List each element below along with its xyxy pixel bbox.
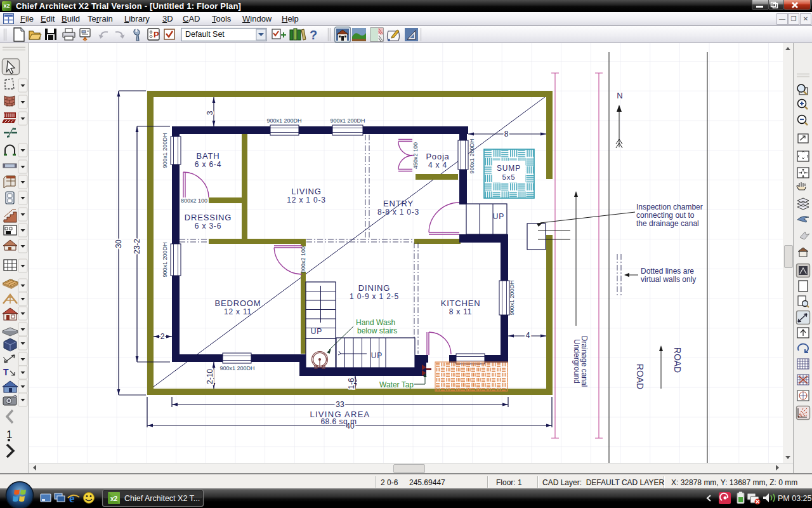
svg-text:12 x 11: 12 x 11 — [224, 307, 252, 316]
svg-text:800x2 100: 800x2 100 — [300, 246, 306, 273]
svg-text:1-6: 1-6 — [347, 378, 356, 389]
svg-text:ROAD: ROAD — [635, 364, 645, 389]
svg-text:33: 33 — [336, 400, 344, 409]
svg-text:e: e — [69, 491, 74, 505]
svg-text:BEDROOM: BEDROOM — [215, 298, 261, 308]
svg-text:450x2 100: 450x2 100 — [412, 142, 419, 169]
svg-text:900x1 200DH: 900x1 200DH — [219, 365, 254, 371]
svg-text:LIVING: LIVING — [291, 187, 321, 196]
svg-text:KITCHEN: KITCHEN — [441, 298, 481, 308]
svg-text:900x1 200DH: 900x1 200DH — [162, 242, 168, 277]
svg-text:Drainage canal: Drainage canal — [580, 336, 589, 387]
svg-text:Chief Architect X2 T...: Chief Architect X2 T... — [124, 494, 200, 503]
svg-text:5x5: 5x5 — [502, 173, 516, 181]
svg-text:PM 03:25: PM 03:25 — [778, 494, 812, 503]
svg-text:SUMP: SUMP — [497, 164, 521, 173]
svg-text:x2: x2 — [110, 495, 118, 502]
svg-text:UP: UP — [371, 351, 383, 360]
svg-text:6 x 6-4: 6 x 6-4 — [195, 160, 221, 169]
svg-text:2-10: 2-10 — [206, 369, 214, 384]
svg-text:8 x 11: 8 x 11 — [449, 307, 473, 316]
svg-text:DRESSING: DRESSING — [185, 213, 232, 222]
svg-text:BATH: BATH — [197, 151, 220, 161]
svg-text:?: ? — [310, 28, 317, 42]
svg-text:below stairs: below stairs — [357, 326, 397, 335]
svg-text:UP: UP — [493, 212, 504, 221]
svg-text:UP: UP — [311, 327, 322, 336]
svg-text:DINING: DINING — [358, 283, 390, 293]
svg-text:12 x 1 0-3: 12 x 1 0-3 — [287, 196, 325, 204]
svg-text:P: P — [154, 30, 159, 39]
svg-text:T: T — [3, 367, 9, 377]
svg-text:Inspection chamber: Inspection chamber — [636, 203, 703, 211]
svg-text:the drainage canal: the drainage canal — [636, 219, 699, 228]
svg-text:6 x 3-6: 6 x 3-6 — [195, 222, 221, 231]
svg-text:900x1 200DH: 900x1 200DH — [330, 117, 365, 124]
svg-text:Pooja: Pooja — [426, 152, 449, 161]
svg-text:connecting out to: connecting out to — [636, 211, 695, 220]
svg-text:4 x 4: 4 x 4 — [428, 161, 447, 170]
svg-text:800x2 100: 800x2 100 — [181, 197, 207, 204]
svg-text:8: 8 — [504, 130, 509, 138]
svg-text:8-8 x 1 0-3: 8-8 x 1 0-3 — [377, 208, 419, 217]
svg-text:Water Tap: Water Tap — [379, 380, 414, 389]
svg-text:30: 30 — [114, 239, 123, 248]
svg-text:900x1 200DH: 900x1 200DH — [162, 133, 168, 168]
svg-text:ENTRY: ENTRY — [383, 199, 414, 208]
svg-text:virtual walls only: virtual walls only — [641, 275, 696, 284]
svg-text:Hand Wash: Hand Wash — [356, 318, 395, 327]
svg-text:68.6 sq m: 68.6 sq m — [320, 417, 357, 426]
svg-text:1 0-9 x 1 2-5: 1 0-9 x 1 2-5 — [350, 292, 399, 301]
svg-text:900x1 200DH: 900x1 200DH — [509, 280, 515, 315]
svg-text:Underground: Underground — [572, 339, 581, 384]
svg-text:N: N — [617, 91, 622, 100]
svg-text:23-2: 23-2 — [133, 239, 141, 254]
svg-text:Dotted lines are: Dotted lines are — [641, 267, 694, 276]
svg-text:4: 4 — [526, 331, 530, 340]
svg-text:3: 3 — [206, 110, 214, 115]
svg-text:ROAD: ROAD — [672, 347, 683, 373]
svg-text:900x1 200DH: 900x1 200DH — [266, 117, 301, 124]
svg-text:900x1 200DH: 900x1 200DH — [469, 138, 475, 173]
svg-text:2: 2 — [160, 332, 165, 341]
svg-text:Default Set: Default Set — [185, 30, 225, 39]
